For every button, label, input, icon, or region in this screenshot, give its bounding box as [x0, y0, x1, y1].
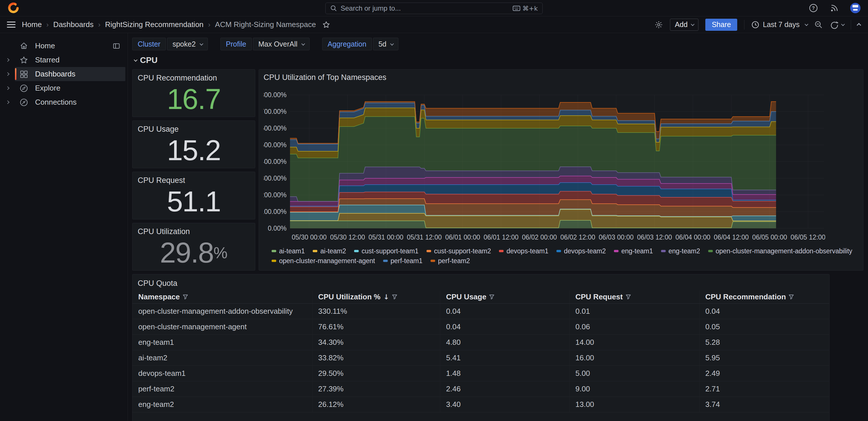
sidebar: Home Starred — [0, 33, 128, 421]
legend-swatch-icon — [383, 260, 388, 262]
cell-value: 0.04 — [440, 319, 569, 335]
legend-item-eng-team2[interactable]: eng-team2 — [661, 247, 700, 255]
legend-item-perf-team2[interactable]: perf-team2 — [431, 257, 470, 265]
cell-value: 3.40 — [440, 397, 569, 412]
column-header-cpu-usage[interactable]: CPU Usage — [440, 291, 569, 304]
sidebar-item-starred[interactable]: Starred — [0, 53, 128, 67]
x-axis-tick: 06/05 12:00 — [791, 234, 825, 241]
filter-funnel-icon[interactable] — [183, 295, 188, 299]
dashboard-settings-gear-icon[interactable] — [654, 21, 663, 29]
cell-value: 13.00 — [569, 397, 699, 412]
table-row: eng-team134.30%4.8014.005.28 — [132, 335, 829, 350]
kiosk-collapse-icon[interactable] — [858, 23, 861, 26]
stacked-area-chart[interactable]: 0.00%100.00%200.00%300.00%400.00%500.00%… — [264, 83, 825, 244]
expand-chevron-icon[interactable] — [6, 58, 9, 62]
breadcrumb: Home › Dashboards › RightSizing Recommen… — [22, 20, 330, 29]
news-rss-icon[interactable] — [830, 3, 839, 13]
cell-value: 330.11% — [312, 304, 440, 319]
legend-swatch-icon — [272, 260, 276, 262]
sort-desc-icon[interactable]: ↓ — [383, 293, 389, 301]
search-input[interactable]: Search or jump to... ⌘+k — [326, 3, 542, 14]
y-axis-tick: 400.00% — [264, 158, 286, 166]
x-axis-tick: 06/03 00:00 — [599, 234, 634, 241]
panel-cpu-utilization: CPU Utilization 29.8 % — [132, 223, 255, 271]
dashboard-content: Cluster spoke2 Profile Max OverAll Aggre… — [128, 33, 868, 421]
filter-funnel-icon[interactable] — [626, 295, 631, 299]
menu-toggle-icon[interactable] — [7, 22, 16, 28]
y-axis-tick: 500.00% — [264, 141, 286, 149]
sidebar-item-explore[interactable]: Explore — [0, 81, 128, 95]
filter-value-profile[interactable]: Max OverAll — [253, 38, 310, 50]
cell-value: 5.41 — [440, 350, 569, 366]
x-axis-tick: 06/05 00:00 — [752, 234, 787, 241]
legend-item-ai-team1[interactable]: ai-team1 — [272, 247, 305, 255]
column-header-namespace[interactable]: Namespace — [132, 291, 312, 304]
cell-value: 29.50% — [312, 366, 440, 381]
refresh-icon[interactable] — [830, 21, 844, 29]
filter-funnel-icon[interactable] — [789, 295, 794, 299]
help-icon[interactable]: ? — [809, 3, 818, 13]
filter-funnel-icon[interactable] — [489, 295, 494, 299]
column-header-cpu-request[interactable]: CPU Request — [569, 291, 699, 304]
legend-item-devops-team1[interactable]: devops-team1 — [499, 247, 548, 255]
connections-icon — [20, 98, 28, 107]
favorite-star-icon[interactable] — [322, 21, 330, 29]
panel-cpu-utilization-chart: CPU Utilization of Top Namespaces 0.00%1… — [259, 69, 863, 271]
filter-value-cluster[interactable]: spoke2 — [167, 38, 208, 50]
share-button[interactable]: Share — [705, 19, 737, 31]
cell-value: 0.04 — [440, 304, 569, 319]
stat-value: 29.8 — [160, 236, 214, 269]
sidebar-item-home[interactable]: Home — [0, 39, 128, 53]
cell-value: 26.12% — [312, 397, 440, 412]
legend-item-perf-team1[interactable]: perf-team1 — [383, 257, 423, 265]
table-row: ai-team233.82%5.4116.005.95 — [132, 350, 829, 366]
legend-item-ai-team2[interactable]: ai-team2 — [313, 247, 346, 255]
x-axis-tick: 06/01 00:00 — [445, 234, 480, 241]
y-axis-tick: 600.00% — [264, 124, 286, 132]
cell-namespace: eng-team2 — [132, 397, 312, 412]
search-placeholder: Search or jump to... — [341, 4, 401, 12]
legend-item-open-cluster-management-agent[interactable]: open-cluster-management-agent — [272, 257, 375, 265]
grafana-logo-icon[interactable] — [7, 2, 19, 14]
filter-funnel-icon[interactable] — [392, 295, 397, 299]
y-axis-tick: 700.00% — [264, 108, 286, 115]
legend-item-open-cluster-management-addon-observability[interactable]: open-cluster-management-addon-observabil… — [708, 247, 852, 255]
time-range-picker[interactable]: Last 7 days — [751, 21, 807, 29]
y-axis-tick: 200.00% — [264, 191, 286, 199]
breadcrumb-dashboards[interactable]: Dashboards — [53, 20, 93, 29]
x-axis-tick: 06/04 00:00 — [676, 234, 711, 241]
panel-title: CPU Utilization — [138, 227, 250, 236]
home-icon — [20, 42, 28, 50]
dashboard-toolbar: Home › Dashboards › RightSizing Recommen… — [0, 17, 868, 33]
add-button[interactable]: Add — [670, 19, 699, 31]
legend-item-eng-team1[interactable]: eng-team1 — [614, 247, 653, 255]
sidebar-item-connections[interactable]: Connections — [0, 95, 128, 109]
chart-legend: ai-team1ai-team2cust-support-team1cust-s… — [272, 246, 859, 266]
expand-chevron-icon[interactable] — [6, 72, 9, 76]
breadcrumb-home[interactable]: Home — [22, 20, 42, 29]
expand-chevron-icon[interactable] — [6, 86, 9, 90]
legend-swatch-icon — [708, 250, 713, 252]
sidebar-item-dashboards[interactable]: Dashboards — [0, 67, 128, 81]
breadcrumb-folder[interactable]: RightSizing Recommendation — [105, 20, 204, 29]
panel-title: CPU Quota — [132, 279, 829, 291]
x-axis-tick: 06/03 12:00 — [637, 234, 672, 241]
legend-item-cust-support-team1[interactable]: cust-support-team1 — [354, 247, 418, 255]
legend-swatch-icon — [354, 250, 359, 252]
cell-value: 14.00 — [569, 335, 699, 350]
column-header-cpu-recommendation[interactable]: CPU Recommendation — [699, 291, 829, 304]
cell-namespace: eng-team1 — [132, 335, 312, 350]
panel-cpu-request: CPU Request 51.1 — [132, 172, 255, 219]
dock-sidebar-icon[interactable] — [113, 42, 120, 50]
expand-chevron-icon[interactable] — [6, 100, 9, 104]
legend-item-devops-team2[interactable]: devops-team2 — [556, 247, 606, 255]
zoom-out-icon[interactable] — [814, 21, 823, 29]
cell-namespace: open-cluster-management-agent — [132, 319, 312, 335]
x-axis-tick: 06/02 12:00 — [560, 234, 595, 241]
cell-value: 0.05 — [699, 319, 829, 335]
legend-item-cust-support-team2[interactable]: cust-support-team2 — [427, 247, 491, 255]
section-cpu[interactable]: CPU — [134, 54, 863, 66]
column-header-cpu-utilization-[interactable]: CPU Utilization %↓ — [312, 291, 440, 304]
filter-value-aggregation[interactable]: 5d — [373, 38, 399, 50]
user-avatar[interactable] — [850, 3, 861, 13]
